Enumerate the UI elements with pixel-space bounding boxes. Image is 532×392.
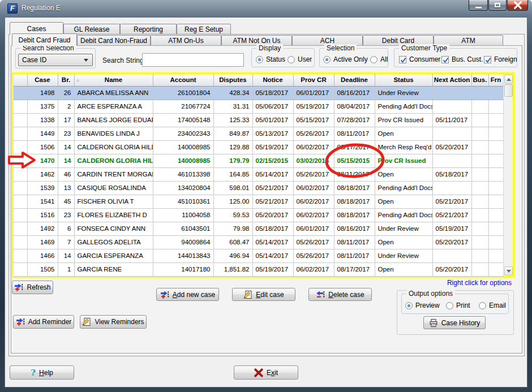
add-new-case-button[interactable]: Add new case [156, 288, 219, 301]
cell-deadline: 08/04/2017 [334, 100, 375, 113]
header-prov-cr[interactable]: Prov CR [293, 74, 334, 86]
cell-prov_cr: 05/26/2017 [293, 235, 334, 249]
subtab-debit-card-fraud[interactable]: Debit Card Fraud [12, 33, 77, 46]
table-row[interactable]: 14926FONSECA CINDY ANN6104350179.9805/18… [14, 222, 503, 235]
header-case[interactable]: Case [27, 74, 58, 86]
table-row[interactable]: 146246CARDIN TRENT MORGAN461013398164.85… [14, 167, 503, 181]
minimize-button[interactable] [469, 0, 488, 11]
edit-case-button[interactable]: Edit case [232, 288, 295, 301]
table-row[interactable]: 149826ABARCA MELISSA ANN261001804428.340… [14, 86, 503, 100]
radio-selection-all[interactable]: All [370, 55, 388, 63]
search-string-input[interactable] [142, 53, 244, 67]
table-row[interactable]: 15051GARCIA RENE140171801,851.8205/19/20… [14, 262, 503, 276]
table-row[interactable]: 146614GARCIA ESPERANZA144013843496.9405/… [14, 249, 503, 262]
cell-deadline: 08/17/2017 [334, 140, 375, 154]
header-deadline[interactable]: Deadline [334, 74, 375, 86]
table-row[interactable]: 13752ARCE ESPERANZA A2106772431.3105/06/… [14, 100, 503, 113]
table-row[interactable]: 151623FLORES ELIZABETH D1100405859.5305/… [14, 208, 503, 222]
cell-status: Pending Add'l Docs [375, 208, 432, 222]
cell-bus [471, 127, 488, 140]
refresh-button[interactable]: Refresh [12, 281, 53, 294]
cell-account: 14017180 [153, 262, 213, 276]
scroll-down-button[interactable] [504, 266, 513, 275]
radio-output-preview[interactable]: Preview [405, 301, 440, 309]
app-window: F Regulation E Cases GL Release Reportin… [0, 0, 532, 392]
cell-disputes: 598.01 [213, 181, 252, 195]
cell-bus [471, 86, 488, 100]
header-disputes[interactable]: Disputes [213, 74, 252, 86]
close-button[interactable] [507, 0, 528, 11]
cell-sel [14, 154, 27, 167]
cell-name: CASIQUE ROSALINDA [74, 181, 153, 195]
header-status[interactable]: Status [375, 74, 432, 86]
cell-status: Merch Resp Req'd [375, 140, 432, 154]
exit-button[interactable]: Exit [234, 365, 298, 380]
cell-disputes: 125.33 [213, 113, 252, 127]
search-selection-dropdown[interactable]: Case ID [18, 54, 93, 66]
delete-case-button[interactable]: Delete case [308, 288, 372, 301]
tab-reporting[interactable]: Reporting [120, 24, 177, 34]
cell-disputes: 496.94 [213, 249, 252, 262]
cell-sel [14, 222, 27, 235]
tab-gl-release[interactable]: GL Release [63, 24, 120, 34]
view-reminders-button[interactable]: View Reminders [80, 315, 147, 329]
radio-output-print[interactable]: Print [446, 301, 470, 309]
cell-disputes: 59.53 [213, 208, 252, 222]
cell-account: 134020804 [153, 181, 213, 195]
checkbox-bus-cust[interactable]: Bus. Cust. [441, 55, 483, 63]
table-row[interactable]: 144923BENAVIDES LINDA J234002343849.8705… [14, 127, 503, 140]
title-bar[interactable]: F Regulation E [0, 0, 532, 17]
radio-display-status[interactable]: Status [256, 55, 285, 63]
cell-bus [471, 208, 488, 222]
radio-selection-active-only[interactable]: Active Only [323, 55, 368, 63]
cell-disputes: 179.79 [213, 154, 252, 167]
subtab-debit-card-non-fraud[interactable]: Debit Card Non-Fraud [77, 35, 151, 45]
checkbox-consumer[interactable]: Consumer [399, 55, 440, 63]
table-scrollbar[interactable] [503, 74, 513, 276]
tab-cases[interactable]: Cases [10, 22, 63, 35]
cell-sel [14, 113, 27, 127]
header-frn[interactable]: Frn [488, 74, 503, 86]
add-reminder-button[interactable]: Add Reminder [13, 315, 74, 329]
cell-status: Pending Add'l Docs [375, 181, 432, 195]
radio-display-user[interactable]: User [288, 55, 312, 63]
cell-deadline: 08/16/2017 [334, 222, 375, 235]
cell-frn [488, 86, 503, 100]
checkbox-foreign[interactable]: Foreign [484, 55, 517, 63]
header-account[interactable]: Account [153, 74, 213, 86]
cell-prov_cr: 03/02/2015 [293, 154, 334, 167]
table-row[interactable]: 150614CALDERON GLORIA HILDA140008985129.… [14, 140, 503, 154]
header-name[interactable]: ▵Name [74, 74, 153, 86]
scroll-down-icon [507, 270, 511, 273]
scrollbar-thumb[interactable] [504, 84, 513, 97]
cell-status: Open [375, 167, 432, 181]
cell-sel [14, 249, 27, 262]
table-row[interactable]: 147014CALDERON GLORIA HILDA140008985179.… [14, 154, 503, 167]
tab-reg-e-setup[interactable]: Reg E Setup [177, 24, 231, 34]
cell-prov_cr: 06/02/2017 [293, 140, 334, 154]
header-br[interactable]: Br. [58, 74, 74, 86]
radio-icon [256, 56, 263, 63]
cell-case: 1375 [27, 100, 58, 113]
scroll-up-button[interactable] [504, 75, 513, 84]
cell-sel [14, 195, 27, 208]
subtab-atm-on-us[interactable]: ATM On-Us [151, 35, 221, 45]
cell-case: 1506 [27, 140, 58, 154]
table-row[interactable]: 153913CASIQUE ROSALINDA134020804598.0105… [14, 181, 503, 195]
case-history-button[interactable]: Case History [423, 316, 486, 329]
cell-bus [471, 181, 488, 195]
table-row[interactable]: 14697GALLEGOS ADELITA94009864608.4705/14… [14, 235, 503, 249]
cell-status: Open [375, 235, 432, 249]
cell-br: 14 [58, 140, 74, 154]
add-record-icon [16, 317, 25, 326]
maximize-button[interactable] [488, 0, 507, 11]
header-next-action[interactable]: Next Action [432, 74, 471, 86]
header-notice[interactable]: Notice [252, 74, 293, 86]
header-select[interactable] [14, 74, 27, 86]
table-row[interactable]: 154145FISCHER OLIVIA T451010361125.0005/… [14, 195, 503, 208]
cell-next_action: 05/19/2017 [432, 222, 471, 235]
help-button[interactable]: ? Help [10, 365, 74, 380]
radio-output-email[interactable]: Email [479, 301, 506, 309]
table-row[interactable]: 133817BANALES JORGE EDUARDO174005148125.… [14, 113, 503, 127]
header-bus[interactable]: Bus. [471, 74, 488, 86]
